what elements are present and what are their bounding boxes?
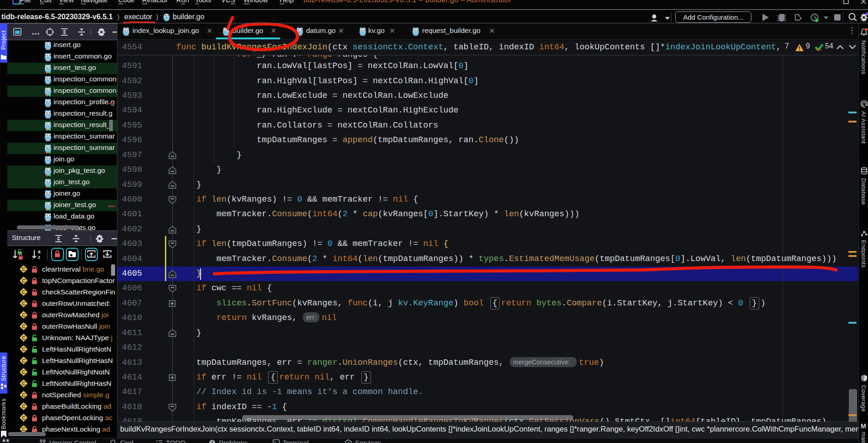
svg-text:a: a bbox=[38, 249, 41, 254]
svg-text:z: z bbox=[38, 255, 40, 260]
